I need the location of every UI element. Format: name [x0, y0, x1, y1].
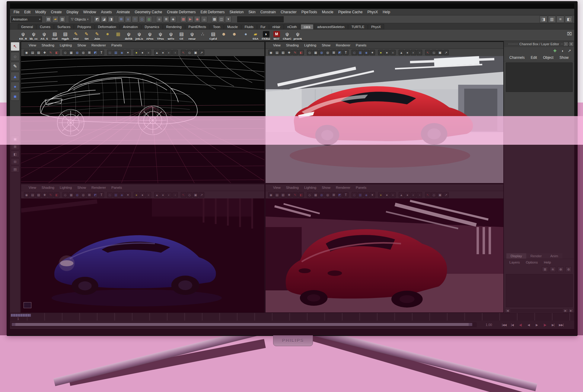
shelf-tab[interactable]: Toon [210, 24, 224, 29]
viewport-menu-item[interactable]: Shading [39, 186, 57, 189]
menu-item[interactable]: PhysX [365, 10, 380, 14]
share-view-icon[interactable]: ↗ [443, 192, 449, 198]
xray-icon[interactable]: ▥ [358, 50, 363, 55]
two-d-pan-zoom-icon[interactable]: ✚ [42, 50, 47, 55]
wireframe-mode-icon[interactable]: ◇ [62, 50, 68, 55]
viewport-menu-item[interactable]: Renderer [89, 43, 109, 47]
ambient-occlusion-icon[interactable]: ◩ [93, 50, 98, 55]
shelf-tab[interactable]: Curves [37, 24, 54, 29]
isolate-select-icon[interactable]: ◇ [107, 50, 113, 55]
default-light-icon[interactable]: ● [378, 192, 384, 198]
shelf-item-char-c[interactable]: CharC [282, 30, 292, 40]
menu-item[interactable]: Help [380, 10, 393, 14]
frame-copy-icon[interactable]: ▣ [193, 192, 198, 198]
panel-close-button[interactable]: × [569, 42, 574, 46]
viewport-top-left[interactable]: ViewShadingLightingShowRendererPanels ◉▤… [21, 42, 265, 183]
shelf-item-mat[interactable]: MAT [271, 30, 282, 40]
grease-pencil-icon[interactable]: ✎ [48, 192, 53, 198]
xray-icon[interactable]: ▥ [113, 192, 119, 198]
texture-view-icon[interactable]: T [343, 50, 349, 55]
texture-view-icon[interactable]: T [343, 192, 349, 198]
speed-toggle-icon[interactable]: ◑ [559, 48, 565, 53]
snapshot-icon[interactable]: ◧ [54, 50, 59, 55]
time-slider[interactable]: 1 [10, 313, 574, 321]
viewport-menu-item[interactable]: Lighting [57, 186, 75, 189]
scale-tool[interactable]: ■ [11, 92, 20, 101]
channel-box-menu-item[interactable]: Object [540, 55, 556, 60]
viewport-menu-item[interactable]: Renderer [89, 186, 109, 189]
input-connections-button[interactable]: ≡ [156, 16, 162, 22]
channel-box-toggle[interactable]: ◧ [565, 16, 573, 23]
xray-joints-icon[interactable]: ◈ [364, 192, 369, 198]
xray-joints-icon[interactable]: ◈ [364, 50, 369, 55]
shelf-item-component-editor[interactable]: CpEd [208, 30, 218, 40]
shelf-item-history[interactable]: Hist [71, 30, 81, 40]
textured-mode-icon[interactable]: ◍ [319, 50, 324, 55]
viewport-scene-blue-car[interactable] [21, 198, 264, 312]
shelf-tab[interactable]: Polygons [74, 24, 94, 29]
selection-mask-selector[interactable]: ▽ Objects ▾ [69, 16, 91, 22]
viewport-bottom-right[interactable]: ViewShadingLightingShowRendererPanels ◉▤… [265, 184, 504, 313]
render-current-frame-button[interactable]: ▶ [187, 16, 193, 22]
snap-curve-button[interactable]: ∪ [125, 16, 131, 22]
open-scene-button[interactable]: ▰ [52, 16, 59, 22]
textured-mode-icon[interactable]: ◍ [75, 192, 80, 198]
range-slider-track[interactable] [11, 322, 476, 327]
grease-pencil-icon[interactable]: ✎ [48, 50, 53, 55]
select-tool[interactable]: ↖ [11, 42, 20, 51]
sphere-dark-icon[interactable]: ◑ [417, 50, 422, 55]
two-d-pan-zoom-icon[interactable]: ✚ [42, 192, 47, 198]
ambient-occlusion-icon[interactable]: ◩ [337, 192, 342, 198]
channel-box-titlebar[interactable]: Channel Box / Layer Editor ▫× [504, 41, 574, 47]
scroll-left-icon[interactable]: ◀ [505, 308, 510, 313]
layers-sort-icon[interactable]: ≋ [550, 267, 556, 272]
menu-item[interactable]: Edit Deformers [198, 10, 227, 14]
camera-attributes-icon[interactable]: ◉ [268, 50, 274, 55]
menu-item[interactable]: File [11, 10, 22, 14]
share-view-icon[interactable]: ↗ [199, 192, 204, 198]
channel-box-menu-item[interactable]: Show [556, 55, 572, 60]
cube-view-icon[interactable]: ◇ [187, 192, 192, 198]
sphere-half-icon[interactable]: ◐ [166, 192, 172, 198]
shelf-item-t-pose[interactable]: TPos [155, 30, 166, 40]
shelf-item-heads[interactable] [229, 30, 240, 40]
paint-select-tool[interactable]: ✎ [11, 62, 20, 71]
shelf-item-joint-list[interactable]: jntLis [134, 30, 145, 40]
shelf-tab[interactable]: Surfaces [54, 24, 74, 29]
shelf-tab[interactable]: PhysX [368, 24, 384, 29]
layout-single-pane-button[interactable]: ▣ [11, 136, 19, 142]
bookmarks-icon[interactable]: ▤ [274, 192, 280, 198]
lasso-select-tool[interactable]: ◌ [11, 52, 20, 61]
all-lights-icon[interactable]: ◎ [325, 50, 330, 55]
exposure-icon[interactable]: ✦ [370, 192, 375, 198]
viewport-top-right[interactable]: ViewShadingLightingShowRendererPanels ◉▤… [265, 42, 504, 183]
xray-joints-icon[interactable]: ◈ [119, 50, 125, 55]
light-full-icon[interactable]: ● [140, 50, 145, 55]
menu-item[interactable]: Skeleton [227, 10, 246, 14]
range-start-handle[interactable] [12, 323, 15, 326]
step-forward-key-button[interactable]: |▶ [541, 321, 549, 328]
menu-item[interactable]: Create [48, 10, 64, 14]
scroll-right-icon[interactable]: ▶ [563, 308, 568, 313]
panel-restore-button[interactable]: ▫ [563, 42, 568, 46]
play-backwards-button[interactable]: ◀ [524, 321, 533, 328]
two-d-pan-zoom-icon[interactable]: ✚ [286, 192, 292, 198]
range-end-handle[interactable] [469, 323, 472, 326]
texture-paint-button[interactable]: ▩ [211, 16, 218, 22]
menu-item[interactable]: Assets [98, 10, 114, 14]
shelf-tab[interactable]: Fluids [241, 24, 257, 29]
step-back-frame-button[interactable]: |◀ [508, 321, 516, 328]
shelf-tab[interactable]: nHair [269, 24, 284, 29]
camera-attributes-icon[interactable]: ◉ [24, 50, 29, 55]
two-d-pan-zoom-icon[interactable]: ✚ [286, 50, 292, 55]
render-settings-button[interactable]: ☼ [201, 16, 207, 22]
attribute-editor-toggle[interactable]: ▥ [548, 16, 556, 23]
make-live-button[interactable]: ◍ [146, 16, 152, 22]
sphere-dark-icon[interactable]: ◑ [172, 50, 178, 55]
shadows-icon[interactable]: ⊠ [331, 50, 336, 55]
snap-grid-button[interactable]: ⊞ [118, 16, 124, 22]
ipr-render-button[interactable]: ◉ [194, 16, 200, 22]
shelf-tab[interactable]: nCloth [284, 24, 300, 29]
menu-item[interactable]: PipeTools [299, 10, 320, 14]
layer-editor-tab[interactable]: Render [526, 253, 546, 259]
